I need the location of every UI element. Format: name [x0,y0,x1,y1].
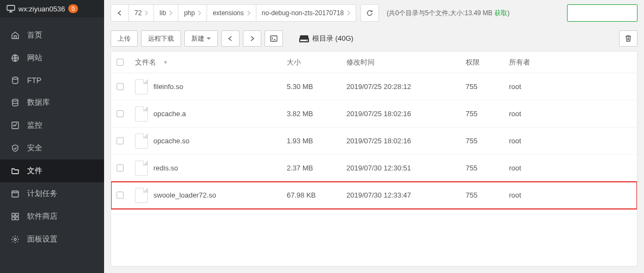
new-button-label: 新建 [191,34,204,43]
shield-icon [11,144,20,153]
sidebar-item-folder[interactable]: 文件 [0,160,104,182]
file-panel: 文件名 ▼ 大小 修改时间 权限 所有者 fileinfo.so5.30 MB2… [111,51,637,266]
info-text: (共0个目录与5个文件,大小:13.49 MB [387,9,494,17]
file-time: 2019/07/25 18:02:16 [346,137,466,145]
breadcrumb-label: extensions [212,9,243,17]
directory-info: (共0个目录与5个文件,大小:13.49 MB 获取) [387,9,510,18]
file-row[interactable]: fileinfo.so5.30 MB2019/07/25 20:28:12755… [111,73,637,100]
disk-icon [299,35,309,42]
svg-rect-11 [271,36,277,41]
monitor-icon [11,121,20,130]
trash-button[interactable] [619,30,637,47]
nav-list: 首页网站FTP数据库监控安全文件计划任务软件商店面板设置 [0,24,104,251]
refresh-button[interactable] [360,4,379,22]
file-icon [135,106,148,122]
root-dir[interactable]: 根目录 (40G) [299,34,353,43]
breadcrumb-segment[interactable]: 72 [129,5,154,21]
fetch-link[interactable]: 获取 [494,9,507,17]
breadcrumb: 72libphpextensionsno-debug-non-zts-20170… [111,4,356,22]
sort-caret-icon: ▼ [163,60,168,65]
breadcrumb-segment[interactable]: extensions [207,5,256,21]
breadcrumb-segment[interactable]: lib [154,5,178,21]
sidebar-item-database[interactable]: 数据库 [0,91,104,114]
sidebar-item-home[interactable]: 首页 [0,24,104,47]
back-button[interactable] [111,5,129,21]
svg-rect-0 [7,5,15,10]
svg-rect-5 [12,191,18,197]
notification-badge[interactable]: 0 [68,4,78,13]
sidebar-item-label: 监控 [27,120,42,130]
file-name: opcache.a [153,110,186,118]
breadcrumb-label: no-debug-non-zts-20170718 [262,9,344,17]
file-icon [135,188,148,203]
file-name: opcache.so [153,137,190,145]
row-checkbox[interactable] [117,83,124,90]
svg-point-2 [12,77,18,79]
file-row[interactable]: redis.so2.37 MB2019/07/30 12:30:51755roo… [111,155,637,182]
sidebar-item-globe[interactable]: 网站 [0,47,104,69]
globe-icon [11,54,20,62]
file-perm: 755 [466,164,509,172]
file-perm: 755 [466,137,509,145]
file-row[interactable]: swoole_loader72.so67.98 KB2019/07/30 12:… [111,182,637,209]
sidebar-item-monitor[interactable]: 监控 [0,114,104,137]
back-arrow-button[interactable] [221,30,240,47]
breadcrumb-label: lib [159,9,166,17]
file-size: 3.82 MB [287,110,346,118]
row-checkbox[interactable] [117,164,124,172]
col-name-label: 文件名 [135,58,156,67]
file-owner: root [509,82,632,91]
row-checkbox[interactable] [117,137,124,144]
col-header-size[interactable]: 大小 [287,58,346,67]
remote-download-button[interactable]: 远程下载 [141,30,181,47]
folder-icon [11,167,20,175]
sidebar-item-label: FTP [27,76,41,85]
root-dir-label: 根目录 (40G) [312,34,353,43]
col-header-owner[interactable]: 所有者 [509,58,632,67]
search-input[interactable] [567,4,637,22]
file-name: fileinfo.so [153,82,183,91]
file-time: 2019/07/30 12:33:47 [346,191,466,199]
account-title: wx:ziyuan0536 [18,5,65,13]
file-icon [135,134,148,149]
select-all-checkbox[interactable] [117,59,124,66]
file-table-header: 文件名 ▼ 大小 修改时间 权限 所有者 [111,52,637,73]
sidebar-item-label: 网站 [27,53,42,63]
sidebar-item-label: 软件商店 [27,212,57,221]
sidebar-item-gear[interactable]: 面板设置 [0,228,104,251]
col-header-time[interactable]: 修改时间 [346,58,466,67]
file-size: 1.93 MB [287,137,346,145]
sidebar: wx:ziyuan0536 0 首页网站FTP数据库监控安全文件计划任务软件商店… [0,0,104,273]
file-perm: 755 [466,191,509,199]
breadcrumb-segment[interactable]: no-debug-non-zts-20170718 [256,5,356,21]
sidebar-item-label: 数据库 [27,98,50,107]
upload-button[interactable]: 上传 [111,30,138,47]
svg-rect-9 [16,217,18,220]
col-header-name[interactable]: 文件名 ▼ [135,58,287,67]
file-perm: 755 [466,110,509,118]
sidebar-item-calendar[interactable]: 计划任务 [0,182,104,205]
terminal-button[interactable] [265,30,283,47]
row-checkbox[interactable] [117,192,124,199]
sidebar-header: wx:ziyuan0536 0 [0,0,104,17]
svg-point-3 [12,99,18,101]
sidebar-item-shield[interactable]: 安全 [0,137,104,160]
file-time: 2019/07/30 12:30:51 [346,164,466,172]
file-rows: fileinfo.so5.30 MB2019/07/25 20:28:12755… [111,73,637,209]
col-header-perm[interactable]: 权限 [466,58,509,67]
new-button[interactable]: 新建 [184,30,218,47]
ftp-icon [11,76,20,85]
file-row[interactable]: opcache.a3.82 MB2019/07/25 18:02:16755ro… [111,100,637,128]
info-suffix: ) [507,9,510,17]
file-time: 2019/07/25 20:28:12 [346,82,466,91]
row-checkbox[interactable] [117,110,124,117]
sidebar-item-label: 文件 [27,166,42,176]
sidebar-item-ftp[interactable]: FTP [0,69,104,91]
forward-arrow-button[interactable] [243,30,261,47]
sidebar-item-label: 计划任务 [27,189,57,199]
file-row[interactable]: opcache.so1.93 MB2019/07/25 18:02:16755r… [111,128,637,155]
file-owner: root [509,164,632,172]
breadcrumb-segment[interactable]: php [178,5,207,21]
calendar-icon [11,189,20,198]
sidebar-item-apps[interactable]: 软件商店 [0,205,104,228]
